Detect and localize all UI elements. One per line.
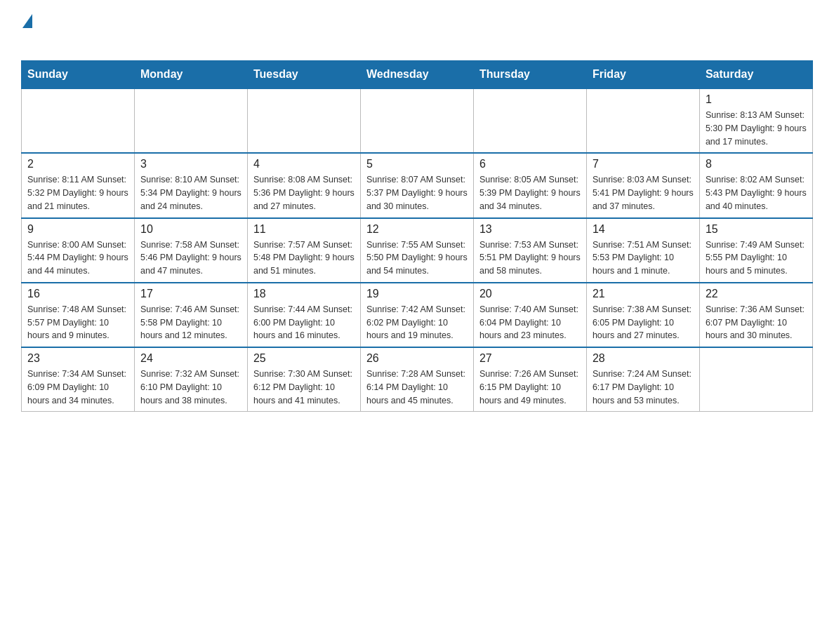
day-info: Sunrise: 7:36 AM Sunset: 6:07 PM Dayligh… [706,303,807,342]
calendar-week-row: 23Sunrise: 7:34 AM Sunset: 6:09 PM Dayli… [22,347,813,412]
logo-triangle-icon [22,14,32,28]
weekday-header-sunday: Sunday [22,61,135,89]
day-number: 1 [706,93,807,106]
day-info: Sunrise: 7:49 AM Sunset: 5:55 PM Dayligh… [706,239,807,278]
day-number: 25 [253,352,355,365]
day-info: Sunrise: 7:26 AM Sunset: 6:15 PM Dayligh… [479,368,581,407]
empty-day-cell [247,88,360,153]
day-info: Sunrise: 7:58 AM Sunset: 5:46 PM Dayligh… [140,239,241,278]
day-number: 17 [140,288,241,300]
day-cell: 16Sunrise: 7:48 AM Sunset: 5:57 PM Dayli… [22,283,135,347]
day-info: Sunrise: 7:51 AM Sunset: 5:53 PM Dayligh… [593,239,694,278]
day-number: 15 [706,223,807,236]
day-cell: 3Sunrise: 8:10 AM Sunset: 5:34 PM Daylig… [134,153,247,217]
empty-day-cell [586,88,699,153]
day-info: Sunrise: 7:34 AM Sunset: 6:09 PM Dayligh… [27,368,128,407]
day-number: 18 [253,288,355,300]
weekday-header-tuesday: Tuesday [247,61,360,89]
day-number: 16 [27,288,128,300]
day-cell: 8Sunrise: 8:02 AM Sunset: 5:43 PM Daylig… [699,153,812,217]
day-number: 10 [140,223,241,236]
day-info: Sunrise: 7:44 AM Sunset: 6:00 PM Dayligh… [253,303,355,342]
day-info: Sunrise: 7:57 AM Sunset: 5:48 PM Dayligh… [253,239,355,278]
day-cell: 11Sunrise: 7:57 AM Sunset: 5:48 PM Dayli… [247,218,360,283]
day-cell: 5Sunrise: 8:07 AM Sunset: 5:37 PM Daylig… [360,153,473,217]
day-cell: 25Sunrise: 7:30 AM Sunset: 6:12 PM Dayli… [247,347,360,412]
calendar-header-row: SundayMondayTuesdayWednesdayThursdayFrid… [22,61,813,89]
day-info: Sunrise: 8:11 AM Sunset: 5:32 PM Dayligh… [27,173,128,213]
day-cell: 4Sunrise: 8:08 AM Sunset: 5:36 PM Daylig… [247,153,360,217]
day-info: Sunrise: 8:10 AM Sunset: 5:34 PM Dayligh… [140,173,241,213]
day-number: 23 [27,352,128,365]
day-info: Sunrise: 7:32 AM Sunset: 6:10 PM Dayligh… [140,368,241,407]
day-cell: 10Sunrise: 7:58 AM Sunset: 5:46 PM Dayli… [134,218,247,283]
day-cell: 6Sunrise: 8:05 AM Sunset: 5:39 PM Daylig… [473,153,586,217]
day-cell: 23Sunrise: 7:34 AM Sunset: 6:09 PM Dayli… [22,347,135,412]
day-number: 22 [706,288,807,300]
day-number: 26 [366,352,468,365]
calendar-week-row: 1Sunrise: 8:13 AM Sunset: 5:30 PM Daylig… [22,88,813,153]
logo [21,14,34,46]
day-cell: 28Sunrise: 7:24 AM Sunset: 6:17 PM Dayli… [586,347,699,412]
day-info: Sunrise: 7:24 AM Sunset: 6:17 PM Dayligh… [593,368,694,407]
day-number: 7 [593,158,694,170]
day-number: 27 [479,352,581,365]
day-info: Sunrise: 7:30 AM Sunset: 6:12 PM Dayligh… [253,368,355,407]
day-cell: 24Sunrise: 7:32 AM Sunset: 6:10 PM Dayli… [134,347,247,412]
day-cell: 21Sunrise: 7:38 AM Sunset: 6:05 PM Dayli… [586,283,699,347]
day-number: 4 [253,158,355,170]
calendar-week-row: 16Sunrise: 7:48 AM Sunset: 5:57 PM Dayli… [22,283,813,347]
day-info: Sunrise: 7:48 AM Sunset: 5:57 PM Dayligh… [27,303,128,342]
day-number: 21 [593,288,694,300]
day-info: Sunrise: 8:07 AM Sunset: 5:37 PM Dayligh… [366,173,468,213]
day-cell: 19Sunrise: 7:42 AM Sunset: 6:02 PM Dayli… [360,283,473,347]
day-cell: 12Sunrise: 7:55 AM Sunset: 5:50 PM Dayli… [360,218,473,283]
day-cell: 1Sunrise: 8:13 AM Sunset: 5:30 PM Daylig… [699,88,812,153]
day-number: 8 [706,158,807,170]
day-cell: 15Sunrise: 7:49 AM Sunset: 5:55 PM Dayli… [699,218,812,283]
day-number: 14 [593,223,694,236]
day-cell: 13Sunrise: 7:53 AM Sunset: 5:51 PM Dayli… [473,218,586,283]
day-cell: 2Sunrise: 8:11 AM Sunset: 5:32 PM Daylig… [22,153,135,217]
calendar-week-row: 2Sunrise: 8:11 AM Sunset: 5:32 PM Daylig… [22,153,813,217]
day-cell: 18Sunrise: 7:44 AM Sunset: 6:00 PM Dayli… [247,283,360,347]
day-info: Sunrise: 7:38 AM Sunset: 6:05 PM Dayligh… [593,303,694,342]
day-cell: 22Sunrise: 7:36 AM Sunset: 6:07 PM Dayli… [699,283,812,347]
calendar-table: SundayMondayTuesdayWednesdayThursdayFrid… [21,60,813,412]
empty-day-cell [22,88,135,153]
day-info: Sunrise: 7:42 AM Sunset: 6:02 PM Dayligh… [366,303,468,342]
weekday-header-saturday: Saturday [699,61,812,89]
day-cell: 20Sunrise: 7:40 AM Sunset: 6:04 PM Dayli… [473,283,586,347]
day-number: 19 [366,288,468,300]
day-number: 12 [366,223,468,236]
day-number: 5 [366,158,468,170]
page-header [21,14,813,46]
day-number: 9 [27,223,128,236]
weekday-header-wednesday: Wednesday [360,61,473,89]
day-number: 13 [479,223,581,236]
weekday-header-monday: Monday [134,61,247,89]
day-cell: 17Sunrise: 7:46 AM Sunset: 5:58 PM Dayli… [134,283,247,347]
day-info: Sunrise: 8:00 AM Sunset: 5:44 PM Dayligh… [27,239,128,278]
empty-day-cell [360,88,473,153]
weekday-header-thursday: Thursday [473,61,586,89]
day-info: Sunrise: 7:55 AM Sunset: 5:50 PM Dayligh… [366,239,468,278]
day-cell: 26Sunrise: 7:28 AM Sunset: 6:14 PM Dayli… [360,347,473,412]
day-number: 28 [593,352,694,365]
day-number: 24 [140,352,241,365]
day-info: Sunrise: 7:53 AM Sunset: 5:51 PM Dayligh… [479,239,581,278]
day-info: Sunrise: 8:05 AM Sunset: 5:39 PM Dayligh… [479,173,581,213]
day-info: Sunrise: 8:03 AM Sunset: 5:41 PM Dayligh… [593,173,694,213]
weekday-header-friday: Friday [586,61,699,89]
calendar-week-row: 9Sunrise: 8:00 AM Sunset: 5:44 PM Daylig… [22,218,813,283]
empty-day-cell [699,347,812,412]
day-number: 11 [253,223,355,236]
day-info: Sunrise: 8:02 AM Sunset: 5:43 PM Dayligh… [706,173,807,213]
day-info: Sunrise: 8:08 AM Sunset: 5:36 PM Dayligh… [253,173,355,213]
day-info: Sunrise: 7:40 AM Sunset: 6:04 PM Dayligh… [479,303,581,342]
day-number: 6 [479,158,581,170]
empty-day-cell [473,88,586,153]
day-cell: 27Sunrise: 7:26 AM Sunset: 6:15 PM Dayli… [473,347,586,412]
day-info: Sunrise: 8:13 AM Sunset: 5:30 PM Dayligh… [706,109,807,148]
day-info: Sunrise: 7:46 AM Sunset: 5:58 PM Dayligh… [140,303,241,342]
